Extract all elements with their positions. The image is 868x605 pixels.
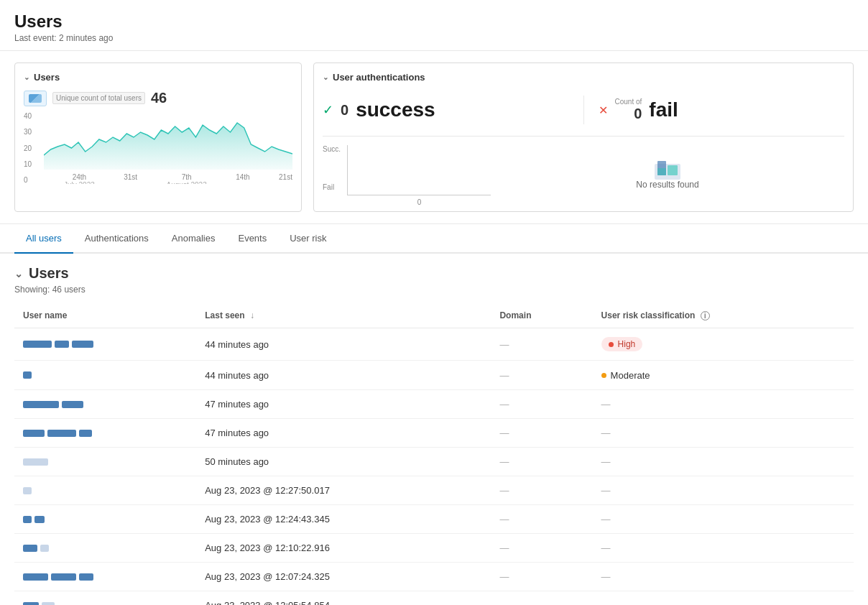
tab-anomalies[interactable]: Anomalies	[160, 224, 227, 254]
success-label: success	[356, 98, 435, 121]
chevron-down-icon-table: ⌄	[14, 268, 23, 280]
domain-cell: —	[491, 390, 592, 419]
last-seen-cell: 47 minutes ago	[196, 390, 491, 419]
x-label-31st: 31st	[124, 173, 137, 184]
auth-x-label: 0	[417, 198, 422, 206]
users-table: User name Last seen ↓ Domain User risk c…	[14, 303, 854, 605]
table-row[interactable]: 44 minutes ago—Moderate	[14, 361, 854, 390]
table-row[interactable]: Aug 23, 2023 @ 12:07:24.325——	[14, 563, 854, 591]
x-icon: ✕	[599, 103, 608, 117]
chart-area: 24th July 2023 31st 7th August 2023 14th	[44, 112, 292, 184]
auth-success-stat: ✓ 0 success	[323, 98, 569, 121]
auth-chart-plot: 0	[347, 145, 491, 195]
domain-cell: —	[491, 476, 592, 505]
fail-count: 0	[634, 106, 642, 122]
domain-cell: —	[491, 419, 592, 448]
auth-stats: ✓ 0 success ✕ Count of 0 fail	[323, 90, 844, 137]
last-seen-cell: Aug 23, 2023 @ 12:10:22.916	[196, 534, 491, 563]
domain-cell: —	[491, 448, 592, 476]
last-seen-cell: Aug 23, 2023 @ 12:05:54.854	[196, 591, 491, 606]
username-cell	[14, 591, 196, 606]
username-cell	[14, 505, 196, 534]
users-line-chart	[44, 112, 292, 170]
risk-cell: —	[593, 419, 854, 448]
table-body: 44 minutes ago—High44 minutes ago—Modera…	[14, 328, 854, 606]
x-label-7th: 7th August 2023	[167, 173, 207, 184]
last-seen-cell: 47 minutes ago	[196, 419, 491, 448]
col-username: User name	[14, 303, 196, 328]
col-last-seen[interactable]: Last seen ↓	[196, 303, 491, 328]
page-title: Users	[14, 11, 854, 32]
username-cell	[14, 361, 196, 390]
tabs-section: All users Authentications Anomalies Even…	[0, 224, 868, 254]
last-seen-cell: Aug 23, 2023 @ 12:07:24.325	[196, 563, 491, 591]
table-row[interactable]: Aug 23, 2023 @ 12:05:54.854——	[14, 591, 854, 606]
risk-cell: —	[593, 448, 854, 476]
stat-tooltip: Unique count of total users	[52, 92, 145, 104]
users-chart: 40 30 20 10 0	[24, 112, 292, 184]
domain-cell: —	[491, 534, 592, 563]
no-results-area: No results found	[491, 145, 844, 203]
fail-label: fail	[649, 98, 678, 121]
tabs: All users Authentications Anomalies Even…	[14, 224, 854, 252]
x-label-21st: 21st	[279, 173, 292, 184]
risk-cell: —	[593, 563, 854, 591]
auth-divider	[583, 96, 584, 124]
risk-cell: —	[593, 505, 854, 534]
domain-cell: —	[491, 361, 592, 390]
table-row[interactable]: Aug 23, 2023 @ 12:24:43.345——	[14, 505, 854, 534]
chart-y-axis: 40 30 20 10 0	[24, 112, 32, 184]
chevron-down-icon: ⌄	[24, 73, 29, 81]
domain-cell: —	[491, 505, 592, 534]
col-risk: User risk classification i	[593, 303, 854, 328]
last-seen-cell: 44 minutes ago	[196, 361, 491, 390]
risk-cell: High	[593, 328, 854, 361]
tab-user-risk[interactable]: User risk	[278, 224, 338, 254]
users-icon-inner	[29, 94, 42, 103]
tab-authentications[interactable]: Authentications	[73, 224, 160, 254]
table-row[interactable]: Aug 23, 2023 @ 12:27:50.017——	[14, 476, 854, 505]
last-seen-cell: 44 minutes ago	[196, 328, 491, 361]
page-header: Users Last event: 2 minutes ago	[0, 0, 868, 51]
table-row[interactable]: 44 minutes ago—High	[14, 328, 854, 361]
username-cell	[14, 563, 196, 591]
risk-cell: —	[593, 390, 854, 419]
domain-cell: —	[491, 328, 592, 361]
charts-section: ⌄ Users Unique count of total users 46 4…	[0, 51, 868, 224]
col-domain: Domain	[491, 303, 592, 328]
tab-events[interactable]: Events	[226, 224, 278, 254]
table-row[interactable]: 50 minutes ago——	[14, 448, 854, 476]
success-count: 0	[341, 102, 348, 119]
users-count: 46	[151, 90, 167, 106]
table-row[interactable]: Aug 23, 2023 @ 12:10:22.916——	[14, 534, 854, 563]
last-seen-cell: Aug 23, 2023 @ 12:24:43.345	[196, 505, 491, 534]
no-results-text: No results found	[636, 180, 698, 190]
users-card-title: ⌄ Users	[24, 72, 292, 83]
username-cell	[14, 390, 196, 419]
risk-cell: Moderate	[593, 361, 854, 390]
table-row[interactable]: 47 minutes ago——	[14, 390, 854, 419]
risk-cell: —	[593, 476, 854, 505]
chart-x-labels: 24th July 2023 31st 7th August 2023 14th	[64, 173, 292, 184]
domain-cell: —	[491, 563, 592, 591]
chevron-down-icon-auth: ⌄	[323, 73, 328, 81]
username-cell	[14, 476, 196, 505]
table-header: ⌄ Users Showing: 46 users	[14, 265, 854, 295]
table-row[interactable]: 47 minutes ago——	[14, 419, 854, 448]
domain-cell: —	[491, 591, 592, 606]
risk-cell: —	[593, 534, 854, 563]
sort-icon: ↓	[250, 310, 254, 320]
showing-text: Showing: 46 users	[14, 285, 854, 295]
tab-all-users[interactable]: All users	[14, 224, 73, 254]
last-event: Last event: 2 minutes ago	[14, 33, 854, 43]
users-stat: Unique count of total users 46	[24, 90, 292, 106]
info-icon: i	[701, 311, 710, 320]
table-section: ⌄ Users Showing: 46 users User name Last…	[0, 254, 868, 605]
auth-card-title: ⌄ User authentications	[323, 72, 844, 83]
auth-fail-stat: ✕ Count of 0 fail	[599, 98, 845, 122]
svg-rect-3	[657, 168, 666, 175]
username-cell	[14, 419, 196, 448]
svg-rect-2	[668, 165, 678, 175]
last-seen-cell: 50 minutes ago	[196, 448, 491, 476]
auth-y-labels: Succ. Fail	[323, 145, 344, 203]
